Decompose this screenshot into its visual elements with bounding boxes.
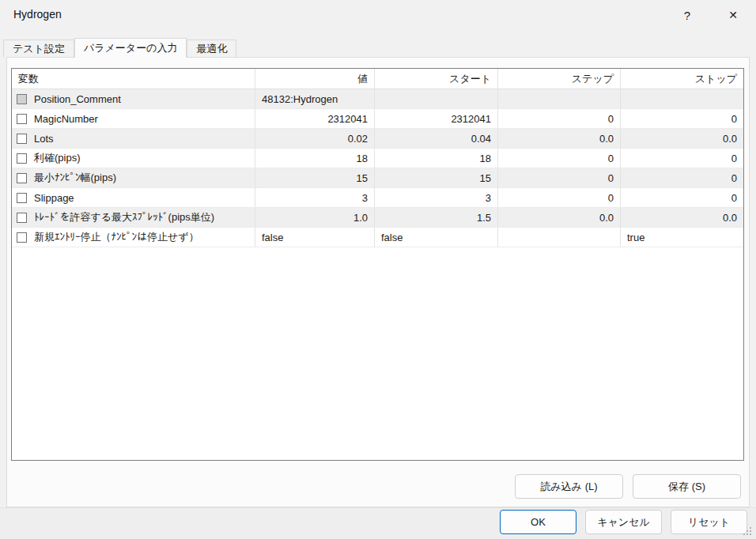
parameter-name: 新規ｴﾝﾄﾘｰ停止（ﾅﾝﾋﾟﾝは停止せず） <box>34 230 199 244</box>
table-row: ﾄﾚｰﾄﾞを許容する最大ｽﾌﾟﾚｯﾄﾞ(pips単位) 1.0 1.5 0.0 … <box>12 208 743 228</box>
value-cell[interactable]: false <box>255 228 375 247</box>
column-header-step: ステップ <box>498 69 621 89</box>
parameter-checkbox[interactable] <box>17 114 27 124</box>
step-cell[interactable] <box>498 228 621 247</box>
stop-cell[interactable]: 0.0 <box>621 208 743 227</box>
step-cell[interactable]: 0.0 <box>498 129 621 148</box>
start-cell[interactable]: false <box>375 228 498 247</box>
table-row: MagicNumber 2312041 2312041 0 0 <box>12 109 743 129</box>
stop-cell[interactable] <box>621 89 743 108</box>
tab-label: 最適化 <box>196 42 227 56</box>
tab-label: テスト設定 <box>13 42 65 56</box>
parameters-table: 変数 値 スタート ステップ ストップ Position_Comment 481… <box>11 68 744 461</box>
start-cell[interactable] <box>375 89 498 108</box>
step-cell[interactable]: 0 <box>498 188 621 207</box>
start-cell[interactable]: 1.5 <box>375 208 498 227</box>
tab-input-parameters[interactable]: パラメーターの入力 <box>74 38 187 58</box>
close-icon: ✕ <box>728 9 738 21</box>
variable-cell: 最小ﾅﾝﾋﾟﾝ幅(pips) <box>12 168 255 187</box>
table-header-row: 変数 値 スタート ステップ ストップ <box>12 69 743 89</box>
step-cell[interactable]: 0 <box>498 168 621 187</box>
stop-cell[interactable]: 0.0 <box>621 129 743 148</box>
load-button[interactable]: 読み込み (L) <box>515 474 623 499</box>
parameter-checkbox[interactable] <box>17 94 27 104</box>
value-cell[interactable]: 2312041 <box>255 109 375 128</box>
step-cell[interactable]: 0.0 <box>498 208 621 227</box>
step-cell[interactable]: 0 <box>498 109 621 128</box>
table-row: 最小ﾅﾝﾋﾟﾝ幅(pips) 15 15 0 0 <box>12 168 743 188</box>
variable-cell: Position_Comment <box>12 89 255 108</box>
resize-grip[interactable] <box>747 530 748 532</box>
tab-strip: テスト設定 パラメーターの入力 最適化 <box>3 38 236 58</box>
cancel-button[interactable]: キャンセル <box>585 510 662 534</box>
table-row: 利確(pips) 18 18 0 0 <box>12 149 743 168</box>
column-header-start: スタート <box>375 69 498 89</box>
variable-cell: 新規ｴﾝﾄﾘｰ停止（ﾅﾝﾋﾟﾝは停止せず） <box>12 228 255 247</box>
reset-button[interactable]: リセット <box>671 510 747 534</box>
start-cell[interactable]: 0.04 <box>375 129 498 148</box>
variable-cell: MagicNumber <box>12 109 255 128</box>
tab-test-settings[interactable]: テスト設定 <box>3 40 74 57</box>
tab-optimization[interactable]: 最適化 <box>187 40 236 57</box>
parameter-name: MagicNumber <box>34 113 98 125</box>
table-row: Position_Comment 48132:Hydrogen <box>12 89 743 109</box>
parameter-checkbox[interactable] <box>17 173 27 183</box>
value-cell[interactable]: 1.0 <box>255 208 375 227</box>
value-cell[interactable]: 15 <box>255 168 375 187</box>
column-header-value: 値 <box>255 69 375 89</box>
value-cell[interactable]: 18 <box>255 149 375 168</box>
parameter-name: ﾄﾚｰﾄﾞを許容する最大ｽﾌﾟﾚｯﾄﾞ(pips単位) <box>34 210 214 224</box>
value-cell[interactable]: 0.02 <box>255 129 375 148</box>
dialog-footer: OK キャンセル リセット <box>0 507 756 539</box>
stop-cell[interactable]: 0 <box>621 188 743 207</box>
stop-cell[interactable]: 0 <box>621 149 743 168</box>
table-row: Slippage 3 3 0 0 <box>12 188 743 208</box>
expert-properties-dialog: Hydrogen ? ✕ テスト設定 パラメーターの入力 最適化 変数 値 スタ… <box>0 0 756 539</box>
parameter-checkbox[interactable] <box>17 213 27 223</box>
parameter-name: Position_Comment <box>34 93 121 105</box>
parameter-name: Lots <box>34 133 54 145</box>
column-header-stop: ストップ <box>621 69 743 89</box>
start-cell[interactable]: 18 <box>375 149 498 168</box>
help-icon: ? <box>684 9 690 22</box>
stop-cell[interactable]: 0 <box>621 109 743 128</box>
parameter-name: Slippage <box>34 192 74 204</box>
tab-label: パラメーターの入力 <box>84 41 178 55</box>
save-button[interactable]: 保存 (S) <box>633 474 741 499</box>
table-row: Lots 0.02 0.04 0.0 0.0 <box>12 129 743 149</box>
close-button[interactable]: ✕ <box>715 0 751 30</box>
parameter-checkbox[interactable] <box>17 232 27 243</box>
start-cell[interactable]: 2312041 <box>375 109 498 128</box>
stop-cell[interactable]: 0 <box>621 168 743 187</box>
window-title: Hydrogen <box>13 8 62 21</box>
value-cell[interactable]: 3 <box>255 188 375 207</box>
table-row: 新規ｴﾝﾄﾘｰ停止（ﾅﾝﾋﾟﾝは停止せず） false false true <box>12 228 743 247</box>
ok-button[interactable]: OK <box>500 510 576 534</box>
step-cell[interactable] <box>498 89 621 108</box>
variable-cell: Lots <box>12 129 255 148</box>
value-cell[interactable]: 48132:Hydrogen <box>255 89 375 108</box>
stop-cell[interactable]: true <box>621 228 743 247</box>
file-buttons: 読み込み (L) 保存 (S) <box>515 474 741 499</box>
help-button[interactable]: ? <box>669 0 705 30</box>
input-parameters-page: 変数 値 スタート ステップ ストップ Position_Comment 481… <box>6 57 750 507</box>
title-bar[interactable]: Hydrogen ? ✕ <box>0 0 756 32</box>
parameter-checkbox[interactable] <box>17 153 27 164</box>
start-cell[interactable]: 15 <box>375 168 498 187</box>
parameter-checkbox[interactable] <box>17 134 27 144</box>
variable-cell: Slippage <box>12 188 255 207</box>
step-cell[interactable]: 0 <box>498 149 621 168</box>
variable-cell: 利確(pips) <box>12 149 255 168</box>
start-cell[interactable]: 3 <box>375 188 498 207</box>
parameter-checkbox[interactable] <box>17 193 27 203</box>
variable-cell: ﾄﾚｰﾄﾞを許容する最大ｽﾌﾟﾚｯﾄﾞ(pips単位) <box>12 208 255 227</box>
parameter-name: 最小ﾅﾝﾋﾟﾝ幅(pips) <box>34 171 116 185</box>
parameter-name: 利確(pips) <box>34 151 81 165</box>
column-header-variable: 変数 <box>12 69 255 89</box>
